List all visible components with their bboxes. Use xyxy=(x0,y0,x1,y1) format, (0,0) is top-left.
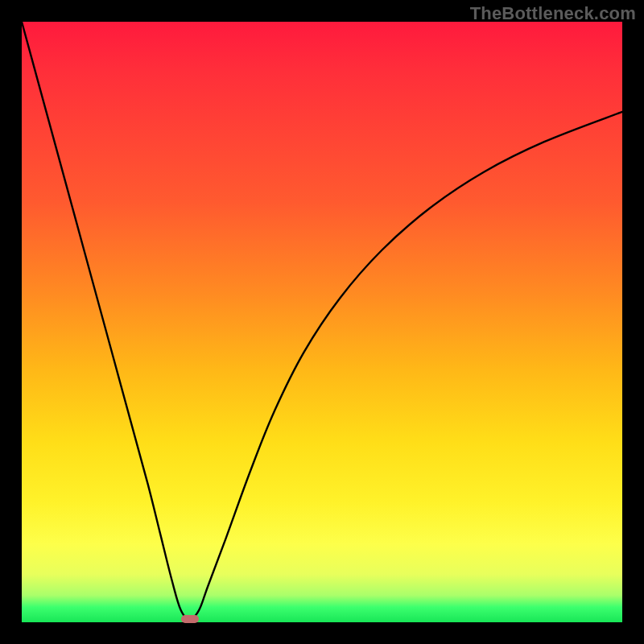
bottleneck-curve xyxy=(22,22,622,622)
chart-frame: TheBottleneck.com xyxy=(0,0,644,644)
plot-area xyxy=(22,22,622,622)
watermark-text: TheBottleneck.com xyxy=(470,3,636,24)
optimal-point-marker xyxy=(181,615,199,623)
